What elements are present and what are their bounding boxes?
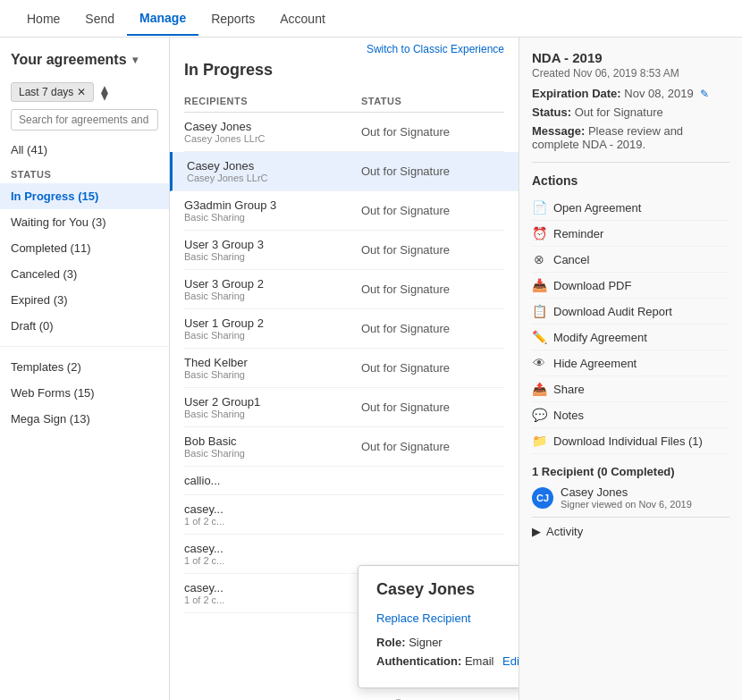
action-label: Open Agreement xyxy=(553,201,641,215)
recipient-info: User 3 Group 2 Basic Sharing xyxy=(184,277,361,301)
section-title: In Progress xyxy=(184,61,504,80)
all-agreements-item[interactable]: All (41) xyxy=(0,138,169,162)
sidebar-item-templates[interactable]: Templates (2) xyxy=(0,354,169,380)
recipient-info: casey... 1 of 2 c... xyxy=(184,542,361,566)
nav-account[interactable]: Account xyxy=(267,3,338,35)
popup-edit-link[interactable]: Edit xyxy=(502,654,519,668)
clock-icon: ⏰ xyxy=(532,226,546,240)
table-row[interactable]: User 1 Group 2 Basic Sharing Out for Sig… xyxy=(184,309,504,349)
table-row[interactable]: User 2 Group1 Basic Sharing Out for Sign… xyxy=(184,388,504,427)
nav-send[interactable]: Send xyxy=(72,3,127,35)
panel-created: Created Nov 06, 2019 8:53 AM xyxy=(532,67,729,80)
panel-title: NDA - 2019 xyxy=(532,50,729,65)
sidebar-item-expired[interactable]: Expired (3) xyxy=(0,287,169,313)
table-header: RECIPIENTS STATUS xyxy=(184,90,504,113)
action-modify[interactable]: ✏️ Modify Agreement xyxy=(532,325,729,350)
replace-recipient-link[interactable]: Replace Recipient xyxy=(376,611,519,625)
cursor-pointer-icon: ☞ xyxy=(394,693,410,700)
recipient-name: Bob Basic xyxy=(184,434,361,448)
nav-manage[interactable]: Manage xyxy=(127,2,198,36)
action-label: Download Audit Report xyxy=(553,305,672,318)
table-row[interactable]: callio... xyxy=(184,467,504,495)
recipient-sub: Basic Sharing xyxy=(184,409,361,419)
recipient-sub: Basic Sharing xyxy=(184,369,361,380)
recipient-details: Casey Jones Signer viewed on Nov 6, 2019 xyxy=(561,485,692,510)
recipient-info: Casey Jones Casey Jones LLrC xyxy=(187,159,361,183)
folder-icon: 📁 xyxy=(532,434,546,448)
popup-auth-value: Email xyxy=(465,654,494,668)
sidebar-header: Your agreements ▾ xyxy=(0,48,169,79)
table-row[interactable]: Bob Basic Basic Sharing Out for Signatur… xyxy=(184,427,504,467)
recipient-name: Thed Kelber xyxy=(184,356,361,369)
panel-status: Status: Out for Signature xyxy=(532,105,729,119)
action-label: Share xyxy=(553,383,585,396)
recipient-sub: 1 of 2 c... xyxy=(184,555,361,566)
nav-home[interactable]: Home xyxy=(14,3,72,35)
recipient-name: casey... xyxy=(184,502,361,516)
status-section-label: STATUS xyxy=(0,162,169,183)
action-label: Notes xyxy=(553,409,584,422)
sidebar-item-canceled[interactable]: Canceled (3) xyxy=(0,261,169,287)
recipient-card: CJ Casey Jones Signer viewed on Nov 6, 2… xyxy=(532,485,729,510)
message-label: Message: xyxy=(532,124,585,138)
filter-icon-button[interactable]: ⧫ xyxy=(101,84,108,101)
right-panel: NDA - 2019 Created Nov 06, 2019 8:53 AM … xyxy=(519,38,742,700)
recipient-sub: Basic Sharing xyxy=(184,251,361,262)
panel-message: Message: Please review and complete NDA … xyxy=(532,124,729,151)
table-row[interactable]: G3admin Group 3 Basic Sharing Out for Si… xyxy=(184,191,504,231)
popup-auth-field: Authentication: Email Edit xyxy=(376,654,519,668)
status-value: Out for Signature xyxy=(575,105,663,119)
your-agreements-label: Your agreements xyxy=(11,52,127,68)
recipient-sub: Casey Jones LLrC xyxy=(187,173,361,183)
action-share[interactable]: 📤 Share xyxy=(532,376,729,402)
table-row[interactable]: Thed Kelber Basic Sharing Out for Signat… xyxy=(184,349,504,388)
table-row[interactable]: User 3 Group 2 Basic Sharing Out for Sig… xyxy=(184,270,504,309)
recipient-info: callio... xyxy=(184,474,361,487)
sidebar-item-draft[interactable]: Draft (0) xyxy=(0,313,169,339)
recipient-name: callio... xyxy=(184,474,361,487)
activity-row[interactable]: ▶ Activity xyxy=(532,517,729,545)
action-download-individual[interactable]: 📁 Download Individual Files (1) xyxy=(532,428,729,454)
recipient-popup: Casey Jones Replace Recipient Role: Sign… xyxy=(358,565,519,688)
avatar: CJ xyxy=(532,487,553,509)
close-icon[interactable]: ✕ xyxy=(77,86,86,98)
sidebar-item-webforms[interactable]: Web Forms (15) xyxy=(0,380,169,406)
table-row[interactable]: casey... 1 of 2 c... xyxy=(184,495,504,535)
recipient-sub: Basic Sharing xyxy=(184,448,361,459)
recipient-viewed: Signer viewed on Nov 6, 2019 xyxy=(561,499,692,510)
action-hide[interactable]: 👁 Hide Agreement xyxy=(532,350,729,376)
recipient-info: User 1 Group 2 Basic Sharing xyxy=(184,316,361,341)
edit-expiration-icon[interactable]: ✎ xyxy=(700,88,709,100)
status-text: Out for Signature xyxy=(361,401,504,414)
chevron-down-icon[interactable]: ▾ xyxy=(132,54,138,66)
sidebar-item-waiting[interactable]: Waiting for You (3) xyxy=(0,209,169,235)
table-row[interactable]: User 3 Group 3 Basic Sharing Out for Sig… xyxy=(184,231,504,270)
recipient-name: Casey Jones xyxy=(187,159,361,173)
action-label: Download PDF xyxy=(553,279,631,292)
action-open-agreement[interactable]: 📄 Open Agreement xyxy=(532,195,729,221)
share-icon: 📤 xyxy=(532,382,546,396)
actions-title: Actions xyxy=(532,173,729,188)
sidebar-item-megasign[interactable]: Mega Sign (13) xyxy=(0,406,169,432)
action-cancel[interactable]: ⊗ Cancel xyxy=(532,247,729,273)
recipient-sub: Basic Sharing xyxy=(184,212,361,223)
hide-icon: 👁 xyxy=(532,356,546,370)
table-row[interactable]: Casey Jones Casey Jones LLrC Out for Sig… xyxy=(184,113,504,152)
action-notes[interactable]: 💬 Notes xyxy=(532,402,729,428)
date-filter-button[interactable]: Last 7 days ✕ xyxy=(11,82,94,102)
col-recipients-header: RECIPIENTS xyxy=(184,96,361,106)
action-reminder[interactable]: ⏰ Reminder xyxy=(532,221,729,247)
action-download-audit[interactable]: 📋 Download Audit Report xyxy=(532,299,729,325)
action-download-pdf[interactable]: 📥 Download PDF xyxy=(532,273,729,299)
chevron-right-icon: ▶ xyxy=(532,525,541,538)
table-row[interactable]: Casey Jones Casey Jones LLrC Out for Sig… xyxy=(170,152,519,191)
modify-icon: ✏️ xyxy=(532,330,546,344)
recipient-info: casey... 1 of 2 c... xyxy=(184,502,361,527)
sidebar-item-completed[interactable]: Completed (11) xyxy=(0,235,169,261)
status-text: Out for Signature xyxy=(361,440,504,453)
search-input[interactable] xyxy=(11,109,158,131)
switch-classic-link[interactable]: Switch to Classic Experience xyxy=(170,38,519,61)
status-text: Out for Signature xyxy=(361,243,504,257)
nav-reports[interactable]: Reports xyxy=(198,3,267,35)
sidebar-item-in-progress[interactable]: In Progress (15) xyxy=(0,183,169,209)
